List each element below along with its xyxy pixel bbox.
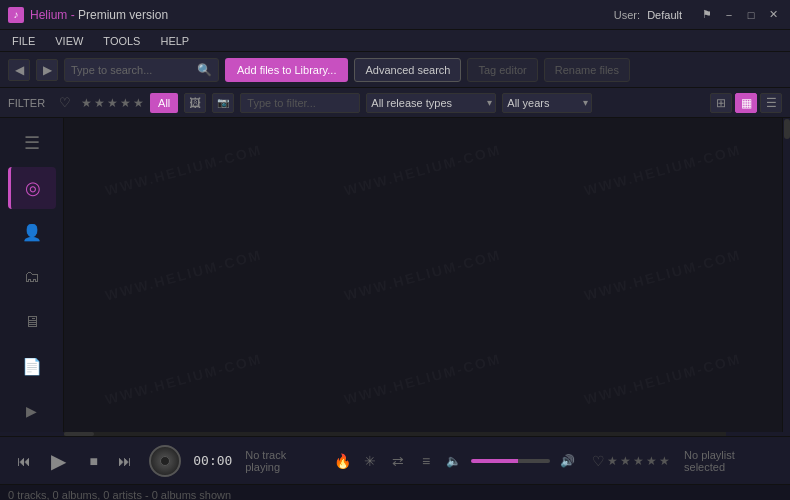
view-buttons: ⊞ ▦ ☰ [710, 93, 782, 113]
menu-bar: FILE VIEW TOOLS HELP [0, 30, 790, 52]
horizontal-scrollbar-thumb[interactable] [64, 432, 94, 436]
sidebar-item-radio[interactable]: ◎ [8, 167, 56, 210]
star-rating-filter: ★ ★ ★ ★ ★ [81, 96, 144, 110]
queue-menu-button[interactable]: ≡ [415, 450, 437, 472]
status-bar: 0 tracks, 0 albums, 0 artists - 0 albums… [0, 484, 790, 500]
grid-view-button[interactable]: ▦ [735, 93, 757, 113]
list-view-button[interactable]: ☰ [760, 93, 782, 113]
stack-view-button[interactable]: ⊞ [710, 93, 732, 113]
star-1[interactable]: ★ [81, 96, 92, 110]
player-star-5[interactable]: ★ [659, 454, 670, 468]
next-button[interactable]: ⏭ [114, 449, 138, 473]
tag-editor-button: Tag editor [467, 58, 537, 82]
menu-file[interactable]: FILE [8, 33, 39, 49]
stop-button[interactable]: ■ [82, 449, 106, 473]
sidebar: ☰ ◎ 👤 🗂 🖥 📄 ▶ [0, 118, 64, 432]
rename-files-button: Rename files [544, 58, 630, 82]
back-button[interactable]: ◀ [8, 59, 30, 81]
app-title: Helium - Premium version [30, 8, 614, 22]
filter-bar: FILTER ♡ ★ ★ ★ ★ ★ All 🖼 📷 All release t… [0, 88, 790, 118]
player-star-2[interactable]: ★ [620, 454, 631, 468]
menu-help[interactable]: HELP [156, 33, 193, 49]
sidebar-item-albums[interactable]: 🗂 [8, 256, 56, 299]
no-track-label: No track playing [245, 449, 323, 473]
no-playlist-label: No playlist selected [684, 449, 778, 473]
wm-1: WWW.HELIUM-COM [64, 118, 313, 252]
player-star-3[interactable]: ★ [633, 454, 644, 468]
wm-2: WWW.HELIUM-COM [294, 118, 552, 252]
toolbar: ◀ ▶ 🔍 Add files to Library... Advanced s… [0, 52, 790, 88]
wm-8: WWW.HELIUM-COM [294, 298, 552, 432]
volume-up-icon: 🔊 [556, 450, 578, 472]
status-text: 0 tracks, 0 albums, 0 artists - 0 albums… [8, 489, 231, 501]
add-files-button[interactable]: Add files to Library... [225, 58, 348, 82]
filter-all-button[interactable]: All [150, 93, 178, 113]
wm-9: WWW.HELIUM-COM [533, 298, 782, 432]
wm-6: WWW.HELIUM-COM [533, 193, 782, 356]
sidebar-item-device[interactable]: 🖥 [8, 300, 56, 343]
watermark-grid: WWW.HELIUM-COM WWW.HELIUM-COM WWW.HELIUM… [64, 118, 782, 432]
volume-slider[interactable] [471, 459, 550, 463]
search-icon: 🔍 [197, 63, 212, 77]
player-right-controls: 🔥 ✳ ⇄ ≡ 🔈 🔊 ♡ ★ ★ ★ ★ ★ No playlist sele… [332, 449, 778, 473]
heart-filter-icon[interactable]: ♡ [55, 93, 75, 113]
wm-5: WWW.HELIUM-COM [294, 193, 552, 356]
main-scrollbar[interactable] [782, 118, 790, 432]
app-version: Premium version [78, 8, 168, 22]
wm-7: WWW.HELIUM-COM [64, 298, 313, 432]
shuffle-button[interactable]: ⇄ [387, 450, 409, 472]
volume-down-icon: 🔈 [443, 450, 465, 472]
sidebar-item-artists[interactable]: 👤 [8, 211, 56, 254]
close-button[interactable]: ✕ [764, 6, 782, 24]
window-controls: ⚑ − □ ✕ [698, 6, 782, 24]
user-info: User: Default [614, 9, 682, 21]
menu-view[interactable]: VIEW [51, 33, 87, 49]
star-4[interactable]: ★ [120, 96, 131, 110]
release-type-wrapper: All release types [366, 93, 496, 113]
star-5[interactable]: ★ [133, 96, 144, 110]
player-rating: ♡ ★ ★ ★ ★ ★ [592, 453, 670, 469]
sidebar-item-playlist[interactable]: 📄 [8, 345, 56, 388]
advanced-search-button[interactable]: Advanced search [354, 58, 461, 82]
player-bar: ⏮ ▶ ■ ⏭ 00:00 No track playing 🔥 ✳ ⇄ ≡ 🔈… [0, 436, 790, 484]
flag-button[interactable]: ⚑ [698, 6, 716, 24]
player-star-1[interactable]: ★ [607, 454, 618, 468]
main-area: ☰ ◎ 👤 🗂 🖥 📄 ▶ WWW.HELIUM-COM WWW.HELIUM-… [0, 118, 790, 432]
sidebar-item-library[interactable]: ☰ [8, 122, 56, 165]
content-area: WWW.HELIUM-COM WWW.HELIUM-COM WWW.HELIUM… [64, 118, 782, 432]
release-type-select[interactable]: All release types [366, 93, 496, 113]
app-name: Helium [30, 8, 67, 22]
search-input[interactable] [71, 64, 193, 76]
player-heart-icon[interactable]: ♡ [592, 453, 605, 469]
filter-text-input[interactable] [240, 93, 360, 113]
player-star-4[interactable]: ★ [646, 454, 657, 468]
wm-4: WWW.HELIUM-COM [64, 193, 313, 356]
app-icon: ♪ [8, 7, 24, 23]
star-3[interactable]: ★ [107, 96, 118, 110]
scrollbar-thumb[interactable] [784, 119, 790, 139]
years-select[interactable]: All years [502, 93, 592, 113]
title-bar: ♪ Helium - Premium version User: Default… [0, 0, 790, 30]
forward-button[interactable]: ▶ [36, 59, 58, 81]
menu-tools[interactable]: TOOLS [99, 33, 144, 49]
wm-3: WWW.HELIUM-COM [533, 118, 782, 252]
filter-album-type-button[interactable]: 🖼 [184, 93, 206, 113]
play-button[interactable]: ▶ [44, 446, 74, 476]
prev-button[interactable]: ⏮ [12, 449, 36, 473]
star-2[interactable]: ★ [94, 96, 105, 110]
title-separator: - [71, 8, 78, 22]
search-box: 🔍 [64, 58, 219, 82]
minimize-button[interactable]: − [720, 6, 738, 24]
player-disc [149, 445, 181, 477]
maximize-button[interactable]: □ [742, 6, 760, 24]
sidebar-item-queue[interactable]: ▶ [8, 389, 56, 432]
fx-button[interactable]: ✳ [360, 450, 382, 472]
flame-button[interactable]: 🔥 [332, 450, 354, 472]
filter-single-type-button[interactable]: 📷 [212, 93, 234, 113]
filter-label: FILTER [8, 97, 45, 109]
time-display: 00:00 [193, 453, 233, 468]
years-wrapper: All years [502, 93, 592, 113]
